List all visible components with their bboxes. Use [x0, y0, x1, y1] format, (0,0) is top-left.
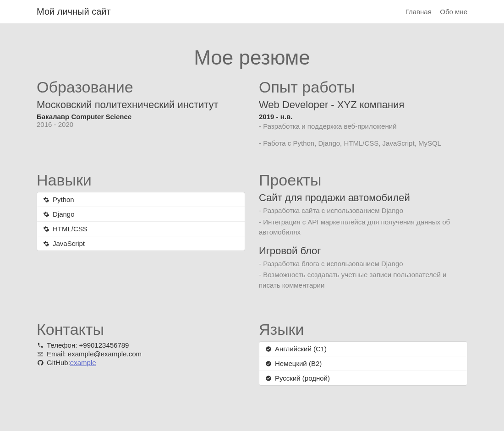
list-item: JavaScript	[37, 236, 245, 251]
skills-section: Навыки Python Django HTML/CSS JavaScript	[37, 171, 245, 298]
nav-home-link[interactable]: Главная	[405, 8, 432, 16]
list-item: Английский (C1)	[259, 342, 467, 356]
phone-icon	[37, 342, 44, 349]
brand-link[interactable]: Мой личный сайт	[37, 6, 111, 17]
skill-label: Django	[53, 210, 75, 218]
skill-label: Python	[53, 196, 74, 203]
list-item: Python	[37, 192, 245, 207]
page-title: Мое резюме	[37, 46, 467, 69]
cog-icon	[43, 225, 50, 233]
experience-section: Опыт работы Web Developer - XYZ компания…	[259, 78, 467, 148]
project-bullet: - Интеграция с API маркетплейса для полу…	[259, 217, 467, 238]
contacts-section: Контакты Телефон: +990123456789 Email: e…	[37, 321, 245, 386]
header: Мой личный сайт Главная Обо мне	[0, 0, 504, 23]
experience-bullet-1: - Разработка и поддержка веб-приложений	[259, 121, 467, 132]
check-circle-icon	[265, 375, 272, 382]
projects-section: Проекты Сайт для продажи автомобилей - Р…	[259, 171, 467, 298]
education-degree: Бакалавр Computer Science	[37, 113, 245, 120]
github-label: GitHub:	[47, 359, 70, 366]
list-item: Django	[37, 207, 245, 222]
education-section: Образование Московский политехнический и…	[37, 78, 245, 148]
skill-label: HTML/CSS	[53, 225, 88, 233]
check-circle-icon	[265, 345, 272, 353]
skills-list: Python Django HTML/CSS JavaScript	[37, 192, 245, 251]
education-heading: Образование	[37, 78, 245, 96]
nav: Главная Обо мне	[399, 8, 467, 16]
languages-heading: Языки	[259, 321, 467, 338]
project-bullet: - Разработка блога с использованием Djan…	[259, 259, 467, 269]
project-bullet: - Разработка сайта с использованием Djan…	[259, 206, 467, 216]
main: Мое резюме Образование Московский полите…	[37, 23, 467, 427]
list-item: HTML/CSS	[37, 222, 245, 236]
github-link[interactable]: example	[70, 359, 96, 366]
experience-title: Web Developer - XYZ компания	[259, 99, 467, 111]
experience-period: 2019 - н.в.	[259, 113, 467, 120]
language-label: Немецкий (B2)	[275, 360, 322, 367]
projects-heading: Проекты	[259, 171, 467, 189]
nav-about-link[interactable]: Обо мне	[440, 8, 467, 16]
education-school: Московский политехнический институт	[37, 99, 245, 111]
contacts-heading: Контакты	[37, 321, 245, 338]
experience-heading: Опыт работы	[259, 78, 467, 96]
languages-list: Английский (C1) Немецкий (B2) Русский (р…	[259, 341, 467, 386]
project-title: Сайт для продажи автомобилей	[259, 192, 467, 204]
language-label: Русский (родной)	[275, 374, 330, 382]
skills-heading: Навыки	[37, 171, 245, 189]
language-label: Английский (C1)	[275, 345, 327, 353]
project-bullet: - Возможность создавать учетные записи п…	[259, 270, 467, 290]
languages-section: Языки Английский (C1) Немецкий (B2) Русс…	[259, 321, 467, 386]
project-title: Игровой блог	[259, 245, 467, 257]
contact-phone: Телефон: +990123456789	[47, 341, 129, 349]
list-item: Немецкий (B2)	[259, 356, 467, 371]
envelope-icon	[37, 350, 44, 358]
list-item: Русский (родной)	[259, 371, 467, 385]
cog-icon	[43, 240, 50, 247]
contact-email: Email: example@example.com	[47, 350, 142, 358]
github-icon	[37, 359, 44, 366]
cog-icon	[43, 211, 50, 218]
education-years: 2016 - 2020	[37, 120, 245, 128]
cog-icon	[43, 196, 50, 203]
skill-label: JavaScript	[53, 240, 85, 247]
check-circle-icon	[265, 360, 272, 367]
experience-bullet-2: - Работа с Python, Django, HTML/CSS, Jav…	[259, 138, 467, 149]
